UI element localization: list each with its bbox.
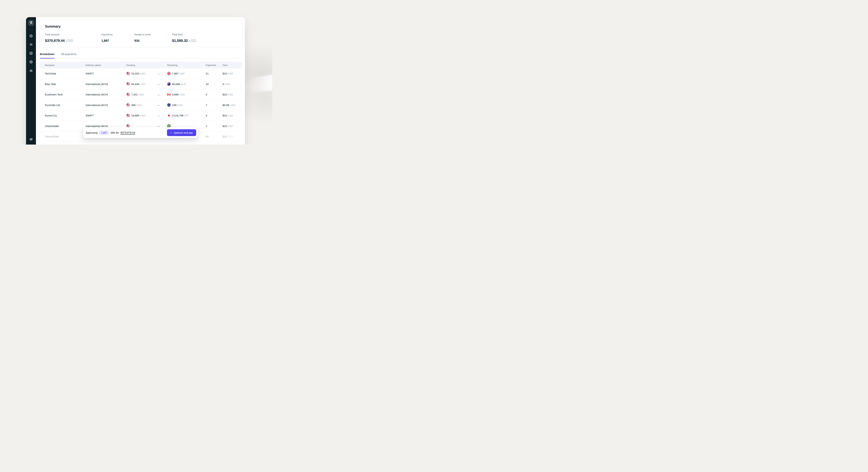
svg-text:R: R: [30, 22, 32, 25]
column-header-recipient: Recipient: [39, 64, 81, 66]
summary-stat-total-fees: Total fees$1,580.32USD: [167, 33, 242, 43]
approve-button-label: Approve and pay: [174, 131, 193, 134]
delivery-option: International (ACH): [81, 83, 123, 86]
tab-all-payments[interactable]: All payments: [61, 53, 76, 58]
receiving-amount: 189 EUR: [167, 103, 201, 107]
stat-label: Total amount: [45, 33, 97, 36]
summary-stat-payments: Payments1,897: [97, 33, 130, 43]
app-window: R Summary Total amount$370,879.44USDPaym…: [26, 17, 245, 145]
summary-card: Summary Total amount$370,879.44USDPaymen…: [39, 20, 242, 48]
tab-breakdown[interactable]: Breakdown: [40, 53, 55, 58]
payments-count: 4: [201, 114, 220, 117]
delivery-option: SWIFT: [81, 114, 123, 117]
recipient-name: TechVista: [39, 72, 81, 75]
app-logo[interactable]: R: [28, 20, 34, 26]
column-header-payments: Payments: [201, 64, 220, 66]
bill-count-badge: 1,897: [99, 131, 109, 135]
routable-logo-icon: R: [29, 21, 33, 25]
main-content: Summary Total amount$370,879.44USDPaymen…: [36, 17, 245, 145]
fee-amount: $10 USD: [220, 114, 242, 117]
table-row-aurora-co-[interactable]: Aurora Co.SWIFT19,889 USD→3,119,798 JPY4…: [39, 111, 242, 121]
receiving-amount: 7,887 GBP: [167, 72, 201, 75]
payments-count: 7: [201, 103, 220, 106]
action-bar-middle: bills for: [111, 131, 119, 134]
payments-count: 60: [201, 135, 220, 138]
fee-amount: 0 USD: [220, 83, 242, 86]
sending-amount: 7,201 USD: [126, 93, 154, 96]
recipient-name: UrbanGlobe: [39, 135, 81, 138]
column-header-receiving: Receiving: [163, 64, 201, 66]
arrow-right-icon: →: [157, 93, 160, 96]
recipient-name: PuraVida Ltd.: [39, 103, 81, 106]
payments-count: 10: [201, 83, 220, 86]
summary-title: Summary: [40, 25, 242, 28]
column-header-delivery-option: Delivery option: [81, 64, 123, 66]
total-amount-link[interactable]: $370,879.44: [121, 131, 135, 134]
arrow-right-icon: →: [157, 103, 160, 106]
fee-amount: $10 USD: [220, 72, 242, 75]
create-plus-icon: [29, 34, 33, 38]
sidebar-item-inbox[interactable]: [29, 43, 33, 47]
payments-count: 21: [201, 72, 220, 75]
recipient-name: UrbanGlobe: [39, 125, 81, 128]
approve-action-bar: Approving 1,897 bills for $370,879.44 ✓ …: [83, 127, 197, 138]
fee-amount: $10 USD: [220, 125, 242, 128]
column-header-fees: Fees: [220, 64, 242, 66]
payments-count: 2: [201, 125, 220, 128]
fee-amount: $10 USD: [220, 135, 242, 138]
flag-us-icon: [126, 103, 130, 107]
inbox-icon: [29, 43, 33, 47]
delivery-option: International (ACH): [81, 93, 123, 96]
sending-amount: 306 USD: [126, 103, 154, 107]
table-header: RecipientDelivery optionSendingReceiving…: [39, 62, 242, 68]
sidebar-item-briefcase[interactable]: [29, 69, 33, 73]
sending-amount: 44,449 USD: [126, 82, 154, 86]
sidebar-item-piggy-bank[interactable]: [29, 138, 33, 141]
recipient-name: Elan Vital: [39, 83, 81, 86]
fee-amount: $10 USD: [220, 93, 242, 96]
flag-us-icon: [126, 82, 130, 86]
summary-stat-ready-to-send: Ready to send934: [130, 33, 167, 43]
briefcase-icon: [29, 69, 33, 73]
stat-unit: USD: [66, 38, 73, 43]
send-arrow-up-icon: [29, 52, 33, 56]
piggy-bank-icon: [29, 137, 33, 142]
sending-amount: 19,889 USD: [126, 114, 154, 117]
table-row-techvista[interactable]: TechVistaSWIFT10,203 USD→7,887 GBP21$10 …: [39, 68, 242, 79]
stat-value: $1,580.32: [172, 38, 188, 43]
sidebar-item-send-arrow-up[interactable]: [29, 52, 33, 55]
table-row-puravida-ltd-[interactable]: PuraVida Ltd.International (ACH)306 USD→…: [39, 100, 242, 111]
receiving-amount: 66,696 AUD: [167, 82, 201, 86]
tab-bar: BreakdownAll payments: [39, 53, 242, 58]
stat-value: $370,879.44: [45, 38, 65, 43]
sidebar-item-create-plus[interactable]: [29, 34, 33, 38]
flag-gb-icon: [167, 72, 170, 75]
check-icon: ✓: [170, 131, 173, 134]
stat-value: 934: [134, 39, 140, 43]
summary-stat-total-amount: Total amount$370,879.44USD: [40, 33, 97, 43]
recipient-name: Aurora Co.: [39, 114, 81, 117]
action-bar-text: Approving 1,897 bills for $370,879.44: [86, 131, 135, 135]
stat-label: Total fees: [172, 33, 242, 36]
table-row-elan-vital[interactable]: Elan VitalInternational (ACH)44,449 USD→…: [39, 79, 242, 90]
delivery-option: SWIFT: [81, 72, 123, 75]
flag-jp-icon: [167, 114, 170, 117]
stat-unit: USD: [189, 38, 196, 43]
receiving-amount: 3,119,798 JPY: [167, 114, 201, 117]
fee-amount: $0.99 USD: [220, 103, 242, 106]
flag-au-icon: [167, 82, 170, 86]
sidebar-item-receive-arrow-down[interactable]: [29, 61, 33, 64]
recipient-name: EcoGreen Tech: [39, 93, 81, 96]
receiving-amount: 9,896 CAD: [167, 93, 201, 96]
flag-us-icon: [126, 93, 130, 96]
payments-count: 5: [201, 93, 220, 96]
arrow-right-icon: →: [157, 83, 160, 85]
arrow-right-icon: →: [157, 72, 160, 75]
flag-ca-icon: [167, 93, 170, 96]
flag-us-icon: [126, 114, 130, 117]
approve-and-pay-button[interactable]: ✓ Approve and pay: [167, 129, 196, 136]
action-bar-prefix: Approving: [86, 131, 98, 134]
table-row-ecogreen-tech[interactable]: EcoGreen TechInternational (ACH)7,201 US…: [39, 89, 242, 100]
flag-eu-icon: [167, 103, 170, 107]
stat-label: Payments: [101, 33, 130, 36]
